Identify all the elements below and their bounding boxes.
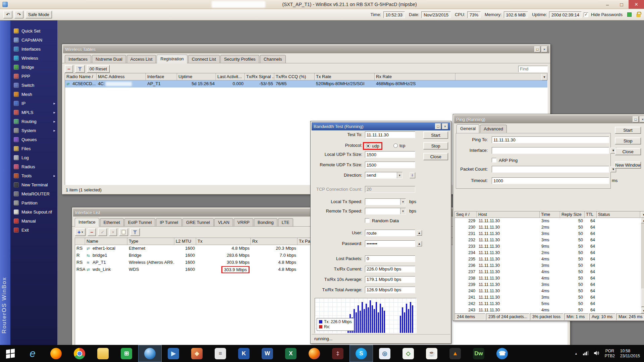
taskbar-media-button[interactable]: ▲ [443, 345, 467, 362]
ping-stop-button[interactable]: Stop [615, 137, 641, 144]
column-header-tx[interactable]: Tx [196, 238, 251, 245]
safe-mode-button[interactable]: Safe Mode [25, 11, 52, 18]
sidebar-item-queues[interactable]: Queues [10, 135, 57, 144]
taskbar-explorer-button[interactable] [91, 345, 115, 362]
ping-new-window-button[interactable]: New Window [615, 162, 641, 169]
sidebar-item-metarouter[interactable]: MetaROUTER [10, 189, 57, 198]
sidebar-item-capsman[interactable]: CAPsMAN [10, 36, 57, 45]
remove-button[interactable]: − [65, 65, 73, 73]
tab-vlan[interactable]: VLAN [214, 218, 233, 226]
tab-bonding[interactable]: Bonding [254, 218, 277, 226]
interface-select[interactable] [492, 147, 609, 154]
sidebar-item-interfaces[interactable]: Interfaces [10, 45, 57, 54]
ping-row[interactable]: 24311.11.11.304ms5064 [455, 307, 644, 313]
sidebar-item-bridge[interactable]: Bridge [10, 63, 57, 72]
ping-row[interactable]: 23011.11.11.302ms5064 [455, 224, 644, 231]
column-header-status[interactable]: Status [597, 212, 640, 218]
tab-vrrp[interactable]: VRRP [234, 218, 253, 226]
taskbar-leaf-button[interactable]: ◇ [396, 345, 420, 362]
sidebar-item-partition[interactable]: Partition [10, 198, 57, 207]
drop-down-icon[interactable]: ⇩ [410, 172, 415, 178]
timeout-input[interactable] [492, 177, 609, 184]
sidebar-item-log[interactable]: Log [10, 153, 57, 162]
enable-button[interactable]: ✓ [98, 228, 107, 236]
tab-access-list[interactable]: Access List [127, 55, 156, 63]
ping-to-input[interactable] [492, 136, 609, 143]
taskbar-word-button[interactable]: W [256, 345, 279, 362]
sidebar-item-mesh[interactable]: Mesh [10, 90, 57, 99]
ping-row[interactable]: 23611.11.11.303ms5064 [455, 262, 644, 269]
add-button[interactable]: +▾ [75, 228, 86, 236]
remove-button[interactable]: − [88, 228, 96, 236]
sidebar-item-manual[interactable]: Manual [10, 217, 57, 226]
restore-icon[interactable]: □ [435, 123, 441, 129]
column-header-mac-address[interactable]: MAC Address [97, 73, 146, 80]
sidebar-item-make-supout-rif[interactable]: Make Supout.rif [10, 207, 57, 217]
scroll-thumb[interactable] [641, 289, 644, 307]
taskbar-java-button[interactable]: ☕ [420, 345, 443, 362]
sidebar-item-files[interactable]: Files [10, 144, 57, 153]
restore-icon[interactable]: □ [633, 116, 639, 122]
taskbar-chrome-button[interactable] [68, 345, 91, 362]
tab-advanced[interactable]: Advanced [480, 125, 507, 133]
random-data-checkbox[interactable] [365, 218, 370, 223]
tab-ip-tunnel[interactable]: IP Tunnel [156, 218, 182, 226]
tab-connect-list[interactable]: Connect List [188, 55, 220, 63]
remote-udp-tx-size-input[interactable] [365, 162, 415, 168]
bandwidth-test-titlebar[interactable]: Bandwidth Test (Running) □ × [312, 122, 450, 130]
taskbar-excel-button[interactable]: X [279, 345, 303, 362]
sidebar-item-ppp[interactable]: PPP [10, 72, 57, 81]
tray-language[interactable]: POR PTB2 [605, 349, 615, 359]
scroll-up-icon[interactable]: ▲ [641, 218, 644, 223]
tab-interface[interactable]: Interface [75, 218, 99, 227]
collapse-up-icon[interactable]: ▲ [417, 230, 422, 236]
password-input[interactable] [365, 240, 415, 247]
restore-icon[interactable]: □ [534, 46, 540, 52]
sidebar-item-radius[interactable]: Radius [10, 162, 57, 171]
ping-row[interactable]: 24211.11.11.305ms5064 [455, 301, 644, 307]
taskbar-ie-button[interactable]: e [21, 345, 44, 362]
column-header-tx-rx-signal[interactable]: Tx/Rx Signal ... [245, 73, 274, 80]
udp-radio[interactable] [366, 144, 370, 148]
ping-start-button[interactable]: Start [615, 127, 641, 134]
maximize-button[interactable]: □ [614, 0, 629, 9]
direction-select[interactable]: send▼ [365, 172, 402, 179]
column-header-rx[interactable]: Rx [251, 238, 298, 245]
taskbar-phone-button[interactable]: ☎ [490, 345, 514, 362]
column-header-name[interactable]: Name [85, 238, 127, 245]
sidebar-item-switch[interactable]: Switch [10, 81, 57, 90]
filter-button[interactable] [75, 65, 85, 73]
column-selector-button[interactable]: ▼ [641, 212, 644, 218]
column-header-col[interactable] [75, 238, 85, 245]
sidebar-item-mpls[interactable]: MPLS▸ [10, 108, 57, 117]
find-input[interactable] [518, 66, 548, 72]
taskbar-dreamweaver-button[interactable]: Dw [467, 345, 490, 362]
redo-button[interactable]: ↷ [14, 11, 23, 18]
undo-button[interactable]: ↶ [3, 11, 12, 18]
ping-row[interactable]: 22911.11.11.303ms5064 [455, 218, 644, 224]
close-icon[interactable]: × [541, 46, 547, 52]
tray-clock[interactable]: 10:58 23/11/2015 [620, 349, 640, 359]
tab-security-profiles[interactable]: Security Profiles [220, 55, 259, 63]
sidebar-item-exit[interactable]: Exit [10, 226, 57, 235]
column-header-interface[interactable]: Interface [146, 73, 177, 80]
minimize-button[interactable]: – [600, 0, 614, 9]
column-header-uptime[interactable]: Uptime [177, 73, 216, 80]
tab-channels[interactable]: Channels [260, 55, 286, 63]
comment-button[interactable] [119, 228, 128, 236]
tab-interfaces[interactable]: Interfaces [65, 55, 91, 63]
tray-expand-icon[interactable]: ▲ [575, 352, 578, 355]
ping-row[interactable]: 24011.11.11.304ms5064 [455, 288, 644, 294]
taskbar-photos-button[interactable]: ◆ [185, 345, 209, 362]
column-header-ttl[interactable]: TTL [585, 212, 597, 218]
scroll-down-icon[interactable]: ▼ [641, 308, 644, 313]
sidebar-item-tools[interactable]: Tools▸ [10, 171, 57, 180]
taskbar-keys-button[interactable]: K [232, 345, 256, 362]
column-header-radio-name[interactable]: Radio Name / [65, 73, 97, 80]
bandwidth-close-button[interactable]: Close [423, 153, 448, 160]
column-header-tx-rate[interactable]: Tx Rate [315, 73, 375, 80]
taskbar-paint-button[interactable] [303, 345, 326, 362]
dropdown-icon[interactable]: ▼ [400, 199, 406, 205]
column-header-tx-rx-ccq[interactable]: Tx/Rx CCQ (%) [274, 73, 315, 80]
close-icon[interactable]: × [640, 116, 644, 122]
